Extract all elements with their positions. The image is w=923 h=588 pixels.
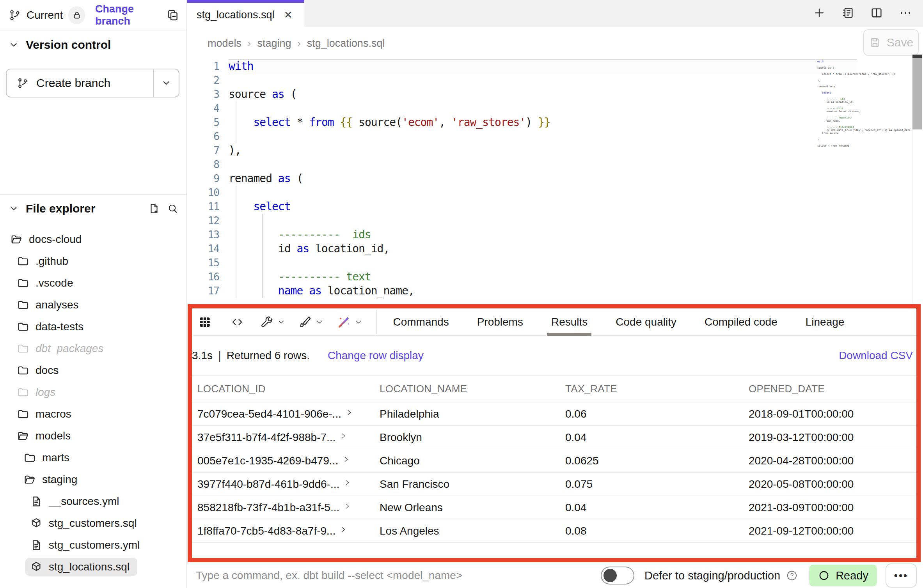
format-dropdown[interactable] (298, 315, 324, 329)
minimap-line: ------- numerics (817, 116, 915, 119)
editor-tab-stg-locations[interactable]: stg_locations.sql ✕ (187, 0, 304, 27)
table-row[interactable]: 1f8ffa70-7cb5-4d83-8a7f-9...Los Angeles0… (192, 519, 919, 543)
editor-more-options-icon[interactable] (899, 6, 912, 19)
code-line-5[interactable]: 5 select * from {{ source('ecom', 'raw_s… (187, 115, 923, 129)
table-cell: 0.075 (559, 478, 743, 491)
tab-close-icon[interactable]: ✕ (284, 9, 293, 21)
table-row[interactable]: 005e7e1c-1935-4269-b479...Chicago0.06252… (192, 449, 919, 473)
code-line-16[interactable]: 16 ---------- text (187, 270, 923, 284)
cell-expander-chevron-icon[interactable] (339, 526, 347, 533)
code-toggle-icon[interactable] (230, 315, 244, 329)
download-csv-link[interactable]: Download CSV (839, 349, 913, 362)
change-row-display-link[interactable]: Change row display (328, 349, 424, 362)
new-tab-plus-icon[interactable] (813, 7, 825, 19)
code-line-17[interactable]: 17 name as location_name, (187, 284, 923, 298)
folder-open-icon (23, 473, 36, 486)
cell-expander-chevron-icon[interactable] (339, 432, 347, 440)
version-control-section-header[interactable]: Version control (9, 38, 111, 51)
help-icon[interactable] (786, 569, 798, 582)
file-tree-item-data-tests[interactable]: data-tests (0, 316, 186, 338)
table-row[interactable]: 3977f440-b87d-461b-9dd6-...San Francisco… (192, 473, 919, 496)
code-text: select * from {{ source('ecom', 'raw_sto… (229, 115, 550, 129)
cell-expander-chevron-icon[interactable] (343, 502, 351, 510)
results-tab-problems[interactable]: Problems (475, 308, 525, 335)
breadcrumb-item[interactable]: models (208, 37, 241, 50)
code-line-3[interactable]: 3source as ( (187, 87, 923, 101)
code-line-14[interactable]: 14 id as location_id, (187, 242, 923, 256)
cell-expander-chevron-icon[interactable] (345, 409, 353, 416)
line-number: 16 (187, 270, 229, 284)
table-cell: 2021-09-12T00:00:00 (743, 525, 919, 537)
results-tab-code-quality[interactable]: Code quality (613, 308, 679, 335)
table-row[interactable]: 858218fb-73f7-4b1b-a31f-5...New Orleans0… (192, 496, 919, 519)
file-tree-item-stg-customers-sql[interactable]: stg_customers.sql (0, 512, 186, 534)
code-line-6[interactable]: 6 (187, 129, 923, 143)
file-tree-item-staging[interactable]: staging (0, 469, 186, 491)
breadcrumb-separator: › (297, 38, 300, 49)
file-tree-item--vscode[interactable]: .vscode (0, 272, 186, 294)
cell-expander-chevron-icon[interactable] (342, 455, 350, 463)
code-line-4[interactable]: 4 (187, 101, 923, 115)
code-line-1[interactable]: 1with (187, 59, 923, 73)
file-tree-item--github[interactable]: .github (0, 250, 186, 272)
search-icon[interactable] (167, 203, 179, 214)
code-line-9[interactable]: 9renamed as ( (187, 172, 923, 186)
code-line-8[interactable]: 8 (187, 158, 923, 172)
results-tab-results[interactable]: Results (549, 308, 590, 335)
more-options-button[interactable]: ••• (886, 563, 917, 588)
results-tab-compiled-code[interactable]: Compiled code (702, 308, 780, 335)
table-row[interactable]: 7c079cea-5ed4-4101-906e-...Philadelphia0… (192, 402, 919, 426)
new-file-icon[interactable] (148, 203, 160, 214)
change-branch-link[interactable]: Change branch (95, 3, 166, 27)
defer-toggle[interactable] (601, 567, 634, 584)
editor-scrollbar[interactable] (912, 55, 922, 304)
file-tree-item-stg-customers-yml[interactable]: stg_customers.yml (0, 534, 186, 556)
line-number: 6 (187, 129, 229, 143)
folder-icon (17, 342, 29, 355)
minimap-line (817, 104, 915, 107)
cell-expander-chevron-icon[interactable] (343, 479, 351, 487)
file-tree-item-stg-locations-sql[interactable]: stg_locations.sql (0, 556, 186, 578)
file-tree-item-logs[interactable]: logs (0, 381, 186, 403)
minimap-line: id as location_id, (817, 101, 915, 104)
file-tree-item-dbt-packages[interactable]: dbt_packages (0, 338, 186, 360)
results-tab-commands[interactable]: Commands (391, 308, 451, 335)
elapsed-time: 3.1s (192, 349, 213, 362)
save-button[interactable]: Save (863, 29, 919, 56)
create-branch-button[interactable]: Create branch (6, 69, 179, 97)
file-tree-item--sources-yml[interactable]: __sources.yml (0, 491, 186, 512)
code-line-7[interactable]: 7), (187, 143, 923, 158)
table-row[interactable]: 37e5f311-b7f4-4f2f-988b-7...Brooklyn0.04… (192, 426, 919, 449)
file-tree-item-analyses[interactable]: analyses (0, 294, 186, 316)
code-line-10[interactable]: 10 (187, 186, 923, 200)
breadcrumb-item[interactable]: stg_locations.sql (307, 37, 385, 50)
code-line-11[interactable]: 11 select (187, 200, 923, 214)
build-options-dropdown[interactable] (260, 315, 286, 329)
file-tree-item-models[interactable]: models (0, 425, 186, 447)
table-cell: 0.04 (559, 431, 743, 444)
code-line-15[interactable]: 15 (187, 256, 923, 270)
editor-minimap[interactable]: with source as ( select * from {{ source… (817, 60, 915, 147)
ai-actions-dropdown[interactable] (336, 315, 363, 329)
table-grid-icon[interactable] (197, 315, 212, 329)
code-editor[interactable]: 1with23source as (45 select * from {{ so… (187, 59, 923, 305)
code-line-2[interactable]: 2 (187, 73, 923, 87)
notebook-icon[interactable] (841, 6, 854, 19)
breadcrumb-item[interactable]: staging (257, 37, 291, 50)
copy-docs-icon[interactable] (166, 9, 179, 22)
create-branch-dropdown[interactable] (153, 69, 179, 97)
file-label: .github (36, 255, 68, 267)
command-input[interactable] (187, 569, 601, 582)
scrollbar-thumb[interactable] (912, 58, 922, 129)
file-label: .vscode (36, 277, 73, 289)
file-tree-item-docs[interactable]: docs (0, 360, 186, 381)
file-explorer-section-header[interactable]: File explorer (9, 202, 179, 215)
code-line-13[interactable]: 13 ---------- ids (187, 228, 923, 242)
file-tree-item-marts[interactable]: marts (0, 447, 186, 469)
results-tab-lineage[interactable]: Lineage (803, 308, 847, 335)
split-editor-icon[interactable] (870, 6, 883, 19)
file-tree-item-macros[interactable]: macros (0, 403, 186, 425)
line-number: 1 (187, 59, 229, 73)
file-tree-item-docs-cloud[interactable]: docs-cloud (0, 228, 186, 250)
code-line-12[interactable]: 12 (187, 214, 923, 228)
